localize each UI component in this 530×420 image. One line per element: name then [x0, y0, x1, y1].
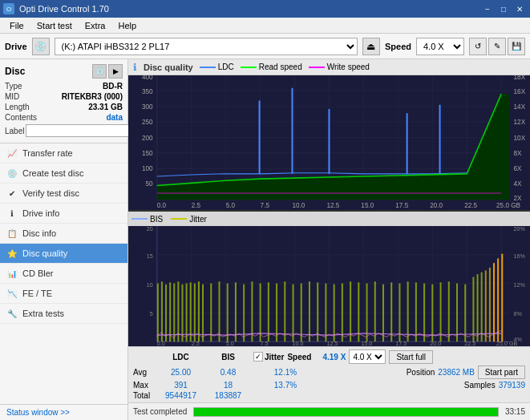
speed-select[interactable]: 4.0 X [416, 38, 464, 55]
start-full-button[interactable]: Start full [389, 350, 433, 364]
svg-rect-118 [342, 284, 343, 342]
transfer-rate-icon: 📈 [6, 147, 18, 159]
svg-text:250: 250 [142, 118, 153, 126]
svg-text:150: 150 [142, 149, 153, 157]
svg-text:20.0: 20.0 [430, 201, 443, 209]
avg-jitter: 12.1% [253, 368, 318, 377]
svg-rect-92 [165, 285, 167, 342]
svg-text:25.0 GB: 25.0 GB [496, 201, 520, 209]
svg-text:7.5: 7.5 [261, 339, 269, 346]
status-time: 33:15 [505, 407, 525, 416]
jitter-checkbox[interactable]: ✓ [253, 352, 263, 361]
nav-verify-test-disc-label: Verify test disc [22, 188, 79, 198]
svg-rect-115 [317, 282, 318, 341]
nav-drive-info[interactable]: ℹ Drive info [0, 204, 127, 224]
svg-text:18X: 18X [514, 75, 526, 81]
chart-top: 400 350 300 250 200 150 100 50 18X 16X 1… [128, 75, 530, 212]
menu-bar: File Start test Extra Help [0, 18, 530, 34]
svg-text:15.0: 15.0 [361, 201, 374, 209]
svg-rect-102 [210, 284, 212, 342]
mid-label: MID [5, 92, 19, 101]
drive-disc-icon[interactable]: 💿 [32, 38, 50, 55]
speed-save-icon[interactable]: 💾 [508, 38, 525, 55]
svg-text:17.5: 17.5 [395, 201, 408, 209]
nav-cd-bler[interactable]: 📊 CD Bler [0, 264, 127, 284]
nav-transfer-rate[interactable]: 📈 Transfer rate [0, 143, 127, 164]
svg-rect-109 [268, 282, 269, 341]
disc-title: Disc [5, 66, 25, 77]
svg-rect-139 [493, 263, 495, 341]
svg-text:12X: 12X [514, 118, 526, 126]
svg-rect-116 [325, 284, 326, 342]
speed-dropdown[interactable]: 4.0 X [349, 349, 386, 364]
svg-text:10: 10 [147, 281, 153, 289]
ldc-legend-label: LDC [218, 63, 234, 71]
nav-disc-info-label: Disc info [22, 228, 56, 238]
status-window-btn[interactable]: Status window >> [0, 404, 127, 420]
nav-disc-info[interactable]: 📋 Disc info [0, 224, 127, 244]
speed-edit-icon[interactable]: ✎ [488, 38, 506, 55]
label-input[interactable] [26, 124, 132, 137]
nav-extra-tests[interactable]: 🔧 Extra tests [0, 304, 127, 324]
svg-rect-100 [198, 281, 200, 341]
svg-rect-134 [472, 277, 474, 341]
total-label: Total [133, 391, 156, 400]
close-button[interactable]: ✕ [512, 3, 527, 14]
svg-rect-130 [440, 282, 442, 341]
read-legend-color [241, 67, 257, 68]
menu-extra[interactable]: Extra [79, 19, 112, 32]
svg-rect-119 [350, 281, 351, 341]
svg-rect-103 [218, 281, 220, 341]
menu-file[interactable]: File [3, 19, 30, 32]
contents-label: Contents [5, 113, 37, 122]
svg-rect-104 [227, 284, 229, 342]
svg-rect-125 [399, 284, 400, 342]
svg-text:300: 300 [142, 103, 153, 111]
drive-select[interactable]: (K:) ATAPI iHBS312 2 PL17 [55, 38, 358, 55]
menu-start-test[interactable]: Start test [30, 19, 79, 32]
svg-text:12%: 12% [514, 281, 526, 289]
title-bar: O Opti Drive Control 1.70 − □ ✕ [0, 0, 530, 18]
jitter-legend-label: Jitter [189, 215, 207, 224]
svg-text:5: 5 [150, 310, 153, 318]
eject-icon[interactable]: ⏏ [362, 38, 380, 55]
disc-icon-1[interactable]: 💿 [92, 64, 107, 79]
minimize-button[interactable]: − [480, 3, 495, 14]
max-bis: 18 [206, 381, 250, 390]
svg-text:10.0: 10.0 [292, 201, 305, 209]
nav-verify-test-disc[interactable]: ✔ Verify test disc [0, 184, 127, 204]
bis-legend-label: BIS [150, 215, 163, 224]
menu-help[interactable]: Help [111, 19, 143, 32]
svg-text:0.0: 0.0 [157, 201, 167, 209]
svg-rect-105 [235, 282, 237, 341]
svg-text:50: 50 [146, 179, 153, 187]
svg-rect-122 [374, 281, 376, 341]
svg-text:2.5: 2.5 [192, 201, 201, 209]
svg-rect-112 [292, 285, 293, 342]
svg-rect-99 [194, 284, 196, 342]
nav-transfer-rate-label: Transfer rate [22, 148, 73, 158]
avg-label: Avg [133, 368, 156, 377]
mid-value: RITEKBR3 (000) [62, 92, 123, 101]
type-label: Type [5, 82, 22, 91]
length-value: 23.31 GB [88, 103, 123, 111]
nav-fe-te[interactable]: 📉 FE / TE [0, 284, 127, 304]
svg-rect-113 [301, 284, 302, 342]
type-value: BD-R [103, 82, 123, 91]
bis-legend-color [131, 218, 148, 220]
nav-create-test-disc[interactable]: 💿 Create test disc [0, 164, 127, 184]
svg-text:20%: 20% [514, 226, 526, 232]
avg-ldc: 25.00 [159, 368, 203, 377]
maximize-button[interactable]: □ [496, 3, 511, 14]
disc-icon-2[interactable]: ▶ [108, 64, 123, 79]
svg-rect-136 [481, 273, 483, 342]
svg-text:8%: 8% [514, 310, 523, 318]
svg-rect-138 [489, 268, 491, 341]
start-part-button[interactable]: Start part [478, 365, 525, 379]
svg-text:12.5: 12.5 [326, 339, 338, 346]
svg-rect-95 [177, 281, 179, 341]
nav-disc-quality[interactable]: ⭐ Disc quality [0, 244, 127, 264]
speed-refresh-icon[interactable]: ↺ [469, 38, 487, 55]
disc-info-icon: 📋 [6, 228, 18, 239]
svg-text:8X: 8X [514, 149, 522, 157]
